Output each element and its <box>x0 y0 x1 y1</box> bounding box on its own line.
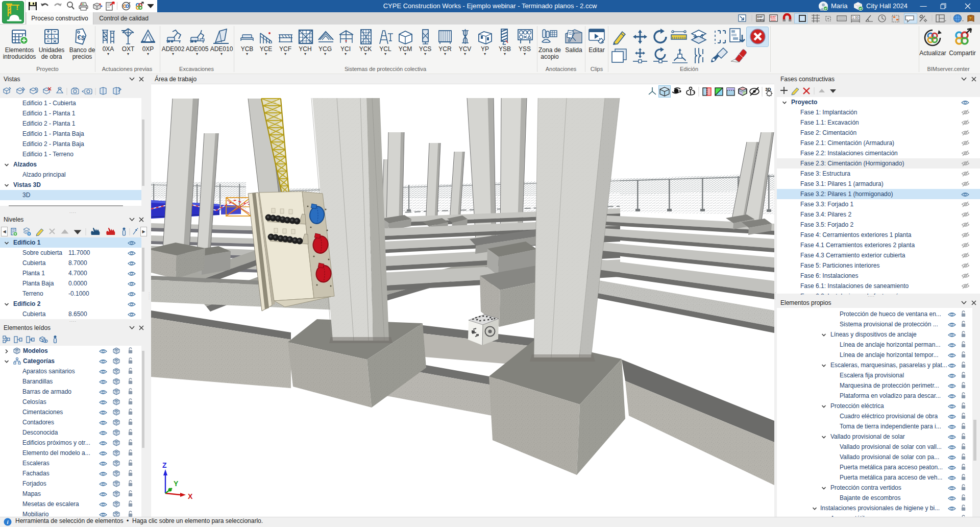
svg-text:DXF: DXF <box>771 15 777 18</box>
svg-text:€$: €$ <box>77 33 86 42</box>
svg-text:?: ? <box>969 16 971 20</box>
svg-text:DWG: DWG <box>757 18 764 21</box>
svg-text:1.00: 1.00 <box>852 16 859 19</box>
svg-text:X: X <box>188 492 193 500</box>
svg-text:Z: Z <box>162 461 167 469</box>
svg-text:L: L <box>54 34 56 39</box>
svg-text:Y: Y <box>174 480 179 488</box>
svg-text:€: € <box>47 34 50 39</box>
